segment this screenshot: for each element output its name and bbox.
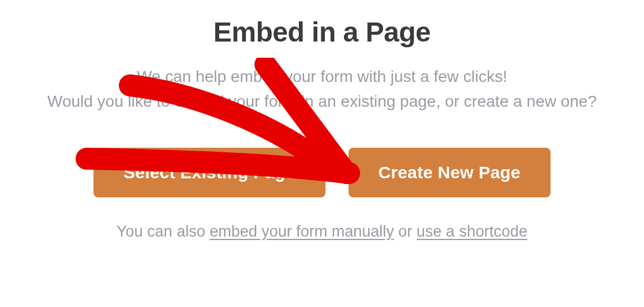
create-new-page-button[interactable]: Create New Page xyxy=(349,148,551,197)
dialog-description: We can help embed your form with just a … xyxy=(0,64,644,114)
embed-dialog: Embed in a Page We can help embed your f… xyxy=(0,0,644,241)
select-existing-page-button[interactable]: Select Existing Page xyxy=(93,148,325,197)
dialog-title: Embed in a Page xyxy=(0,16,644,48)
footer-text: You can also embed your form manually or… xyxy=(0,223,644,241)
description-line-2: Would you like to embed your form in an … xyxy=(47,92,597,110)
footer-prefix: You can also xyxy=(117,223,209,240)
button-row: Select Existing Page Create New Page xyxy=(0,148,644,197)
use-shortcode-link[interactable]: use a shortcode xyxy=(417,223,527,240)
embed-manually-link[interactable]: embed your form manually xyxy=(209,223,394,240)
description-line-1: We can help embed your form with just a … xyxy=(137,68,507,85)
footer-middle: or xyxy=(394,223,417,240)
